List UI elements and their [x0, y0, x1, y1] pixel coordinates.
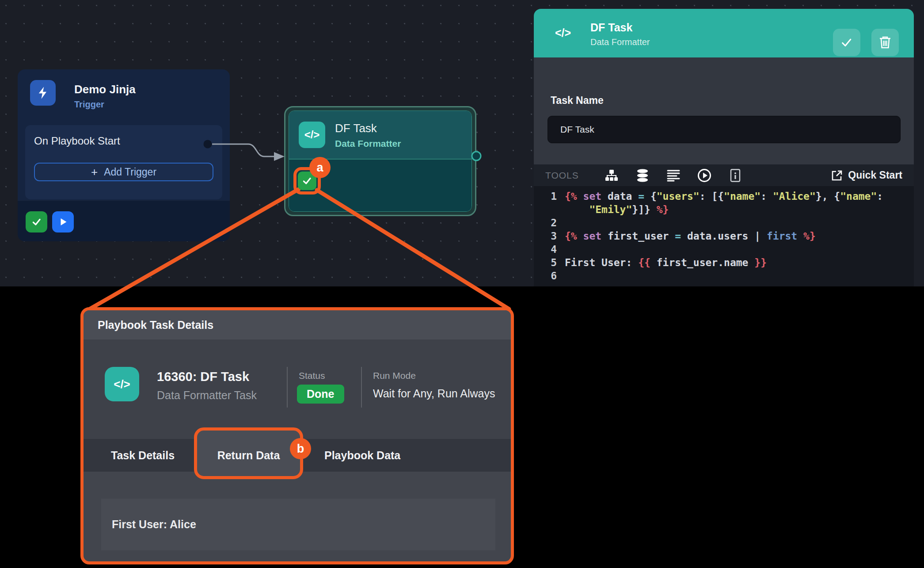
task-name-section: Task Name — [534, 57, 914, 164]
code-brackets-icon: </> — [555, 27, 571, 39]
code-text: {% set data = {"users": [{"name": "Alice… — [588, 190, 914, 216]
task-name-input[interactable] — [548, 116, 901, 143]
trigger-node-footer — [18, 200, 230, 241]
task-config-panel: </> DF Task Data Formatter Task Name TOO… — [534, 9, 914, 286]
code-brackets-icon: </> — [299, 122, 325, 148]
text-lines-icon[interactable] — [665, 168, 681, 183]
check-icon — [301, 175, 313, 187]
status-badge: Done — [297, 385, 344, 404]
code-brackets-icon: </> — [105, 367, 139, 401]
tools-label: TOOLS — [545, 170, 579, 181]
code-text: First User: {{ first_user.name }} — [588, 256, 914, 269]
df-task-node-header: </> DF Task Data Formatter — [289, 111, 472, 159]
line-number: 3 — [534, 229, 564, 243]
tools-icon-group — [604, 168, 743, 183]
tab-task-details[interactable]: Task Details — [111, 439, 175, 472]
code-line[interactable]: 5First User: {{ first_user.name }} — [534, 256, 914, 269]
screenshot-root: { "canvas": { "trigger_node": { "title":… — [0, 0, 924, 568]
trigger-node-type: Trigger — [74, 99, 104, 110]
return-data-output: First User: Alice — [101, 499, 495, 550]
tab-return-data[interactable]: Return Data — [194, 439, 303, 472]
delete-button[interactable] — [871, 29, 899, 56]
task-type-subtitle: Data Formatter Task — [157, 389, 257, 402]
check-icon — [840, 36, 853, 49]
trigger-node[interactable]: Demo Jinja Trigger On Playbook Start + A… — [18, 69, 230, 241]
code-text — [588, 243, 914, 256]
external-link-icon — [831, 170, 843, 181]
add-trigger-label: Add Trigger — [104, 166, 156, 178]
tools-toolbar: TOOLS — [534, 164, 914, 186]
task-config-header: </> DF Task Data Formatter — [534, 9, 914, 57]
confirm-button[interactable] — [833, 29, 860, 56]
quick-start-button[interactable]: Quick Start — [831, 169, 902, 181]
df-task-node-title: DF Task — [335, 122, 377, 135]
line-number: 1 — [534, 190, 564, 216]
code-line[interactable]: 2 — [534, 216, 914, 229]
line-number: 5 — [534, 256, 564, 269]
play-icon — [58, 217, 68, 227]
play-circle-icon[interactable] — [696, 168, 712, 183]
annotation-marker-b: b — [290, 438, 311, 459]
line-number: 4 — [534, 243, 564, 256]
playbook-task-details-dialog: Playbook Task Details </> 16360: DF Task… — [80, 307, 514, 564]
lightning-bolt-icon — [30, 80, 56, 106]
line-number: 6 — [534, 269, 564, 282]
dialog-title: Playbook Task Details — [84, 310, 511, 339]
panel-task-subtitle: Data Formatter — [590, 37, 650, 47]
plus-icon: + — [91, 165, 98, 179]
tab-playbook-data[interactable]: Playbook Data — [324, 439, 400, 472]
trigger-validated-button[interactable] — [26, 211, 47, 233]
divider — [287, 367, 288, 408]
annotation-marker-a: a — [309, 157, 331, 178]
code-line[interactable]: 1{% set data = {"users": [{"name": "Alic… — [534, 190, 914, 216]
code-text — [588, 269, 914, 282]
divider — [361, 367, 362, 408]
quick-start-label: Quick Start — [848, 169, 902, 181]
run-mode-value: Wait for Any, Run Always — [373, 387, 495, 400]
check-icon — [31, 216, 42, 228]
trigger-event-label: On Playbook Start — [34, 135, 120, 147]
trigger-run-button[interactable] — [52, 211, 74, 233]
code-line[interactable]: 3{% set first_user = data.users | first … — [534, 229, 914, 243]
df-task-node-type: Data Formatter — [335, 138, 401, 149]
connector-arrowhead — [274, 152, 285, 161]
database-icon[interactable] — [635, 168, 650, 183]
trigger-node-title: Demo Jinja — [74, 83, 136, 96]
task-info-section: </> 16360: DF Task Data Formatter Task S… — [84, 339, 511, 439]
run-mode-label: Run Mode — [373, 370, 416, 381]
sitemap-icon[interactable] — [604, 168, 620, 183]
task-id-title: 16360: DF Task — [157, 370, 249, 384]
line-number: 2 — [534, 216, 564, 229]
panel-task-title: DF Task — [590, 21, 632, 34]
code-editor-lines: 1{% set data = {"users": [{"name": "Alic… — [534, 190, 914, 282]
code-line[interactable]: 6 — [534, 269, 914, 282]
status-label: Status — [299, 370, 325, 381]
code-text: {% set first_user = data.users | first %… — [588, 229, 914, 243]
trash-icon — [879, 36, 891, 49]
task-name-label: Task Name — [551, 95, 604, 107]
add-trigger-button[interactable]: + Add Trigger — [34, 163, 213, 181]
info-file-icon[interactable] — [727, 168, 743, 183]
trigger-event-panel: On Playbook Start + Add Trigger — [25, 125, 222, 199]
code-text — [588, 216, 914, 229]
code-editor[interactable]: 1{% set data = {"users": [{"name": "Alic… — [534, 186, 914, 286]
code-line[interactable]: 4 — [534, 243, 914, 256]
